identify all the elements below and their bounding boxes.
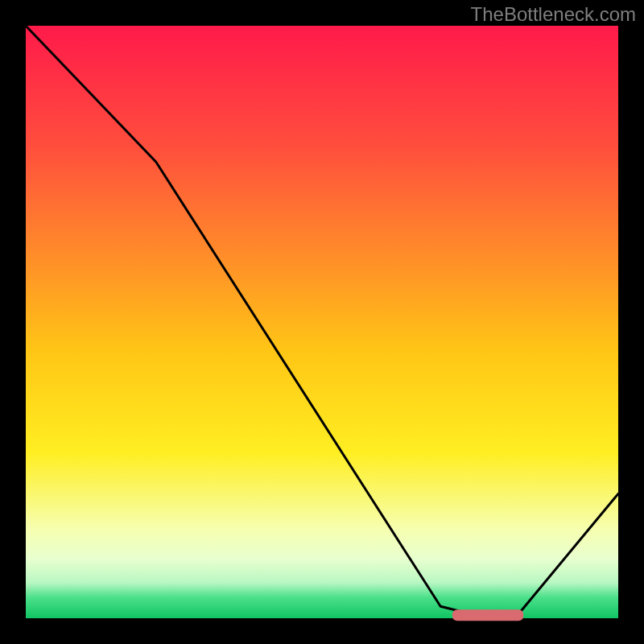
- optimal-marker: [452, 609, 523, 621]
- bottleneck-chart: TheBottleneck.com: [0, 0, 644, 644]
- chart-svg: [0, 0, 644, 644]
- watermark-text: TheBottleneck.com: [471, 3, 636, 26]
- plot-area: [26, 26, 618, 618]
